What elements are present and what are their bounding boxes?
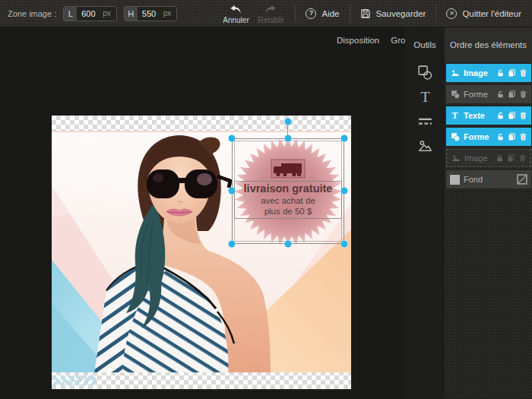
layer-label: Image	[464, 154, 496, 163]
layer-label: Forme	[464, 90, 496, 99]
element-order-panel: Ordre des éléments Image Forme	[445, 27, 532, 399]
resize-handle-w[interactable]	[229, 188, 236, 195]
quit-label: Quitter l'éditeur	[462, 9, 521, 18]
tools-panel: Outils T	[405, 27, 445, 399]
quit-editor-button[interactable]: × Quitter l'éditeur	[443, 8, 524, 19]
text-tool-button[interactable]: T	[412, 84, 438, 109]
no-background-icon[interactable]	[517, 174, 527, 185]
lines-icon	[416, 112, 434, 130]
redo-arrow-icon	[263, 5, 278, 14]
image-editor: { "topbar": { "zone_label": "Zone image …	[0, 0, 532, 399]
shape-layer-icon	[450, 90, 460, 100]
toolbar-separator	[295, 5, 296, 22]
redo-label: Rétablir	[258, 16, 283, 24]
resize-handle-e[interactable]	[341, 188, 348, 195]
help-button[interactable]: ? Aide	[302, 8, 342, 19]
layer-row-shape-1[interactable]: Forme	[446, 85, 531, 103]
resize-handle-n[interactable]	[285, 135, 292, 142]
height-prefix: H	[125, 7, 138, 21]
background-color-swatch[interactable]	[450, 175, 460, 185]
undo-arrow-icon	[228, 5, 243, 14]
resize-handle-nw[interactable]	[229, 135, 236, 142]
layer-label: Fond	[464, 175, 517, 184]
chevron-shape-layer[interactable]	[52, 375, 101, 386]
unlock-icon[interactable]	[496, 68, 505, 78]
duplicate-icon[interactable]	[507, 154, 515, 163]
help-label: Aide	[321, 9, 339, 18]
height-field[interactable]: H px	[124, 6, 178, 21]
text-tool-icon: T	[416, 88, 434, 106]
shapes-icon	[416, 64, 434, 81]
trash-icon[interactable]	[519, 132, 527, 141]
trash-icon[interactable]	[518, 154, 527, 163]
save-label: Sauvegarder	[376, 9, 426, 18]
trash-icon[interactable]	[519, 111, 527, 120]
save-button[interactable]: Sauvegarder	[357, 8, 429, 19]
undo-button[interactable]: Annuler	[218, 3, 253, 24]
design-canvas[interactable]: livraison gratuite avec achat de plus de…	[52, 116, 351, 389]
duplicate-icon[interactable]	[508, 90, 516, 99]
selection-bounding-box[interactable]	[232, 138, 344, 244]
image-layer-icon	[451, 154, 461, 163]
duplicate-icon[interactable]	[508, 111, 516, 120]
image-tool-icon	[416, 137, 434, 154]
layer-row-background[interactable]: Fond	[446, 170, 531, 188]
top-toolbar: Zone image : L px H px Annuler Rétablir …	[0, 0, 532, 27]
undo-label: Annuler	[223, 16, 249, 24]
width-prefix: L	[64, 7, 77, 21]
svg-text:T: T	[420, 88, 429, 105]
help-icon: ?	[306, 8, 316, 19]
toolbar-separator	[435, 5, 436, 22]
resize-handle-sw[interactable]	[229, 241, 236, 248]
duplicate-icon[interactable]	[508, 132, 516, 141]
width-field[interactable]: L px	[63, 6, 117, 21]
height-input[interactable]	[138, 9, 162, 18]
image-tool-button[interactable]	[412, 133, 438, 157]
resize-handle-ne[interactable]	[341, 135, 348, 142]
image-layer-icon	[450, 68, 460, 78]
unlock-icon[interactable]	[496, 90, 505, 99]
trash-icon[interactable]	[519, 90, 527, 99]
layer-row-image-2[interactable]: Image	[446, 149, 531, 167]
layer-row-text[interactable]: T Texte	[446, 106, 531, 125]
lock-icon[interactable]	[496, 154, 504, 163]
text-layer-icon: T	[450, 111, 460, 121]
width-input[interactable]	[77, 9, 101, 18]
redo-button[interactable]: Rétablir	[253, 3, 288, 24]
layer-label: Forme	[464, 132, 496, 141]
trash-icon[interactable]	[519, 68, 527, 78]
duplicate-icon[interactable]	[508, 68, 516, 78]
tools-panel-title: Outils	[413, 27, 435, 60]
shape-layer-icon	[450, 132, 460, 142]
quit-icon: ×	[446, 8, 457, 19]
layer-row-image-1[interactable]: Image	[446, 64, 531, 82]
resize-handle-s[interactable]	[285, 241, 292, 248]
unlock-icon[interactable]	[496, 132, 505, 141]
unlock-icon[interactable]	[496, 111, 505, 120]
order-panel-title: Ordre des éléments	[445, 27, 532, 62]
toolbar-separator	[350, 5, 350, 22]
lines-tool-button[interactable]	[412, 109, 438, 133]
save-icon	[360, 8, 371, 19]
layer-row-shape-2[interactable]: Forme	[446, 128, 531, 146]
layer-label: Image	[464, 68, 496, 78]
height-unit: px	[162, 9, 177, 17]
element-order-list: Image Forme T Texte	[445, 62, 532, 188]
resize-handle-se[interactable]	[341, 241, 348, 248]
disposition-button[interactable]: Disposition	[337, 36, 379, 45]
shapes-tool-button[interactable]	[412, 60, 438, 84]
layer-label: Texte	[464, 111, 496, 120]
width-unit: px	[101, 9, 116, 17]
rotation-handle[interactable]	[285, 119, 292, 125]
zone-image-label: Zone image :	[8, 9, 56, 18]
